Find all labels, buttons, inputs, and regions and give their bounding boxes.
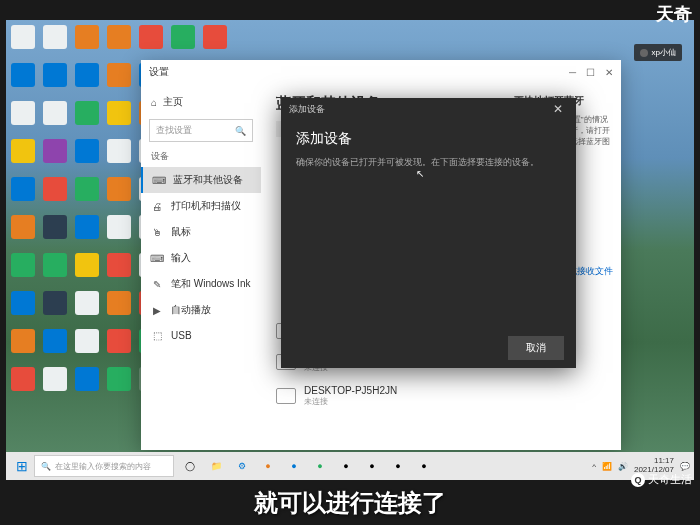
search-icon: 🔍 bbox=[41, 462, 51, 471]
taskbar-app[interactable]: ● bbox=[360, 454, 384, 478]
desktop-icon[interactable] bbox=[43, 25, 67, 49]
minimize-button[interactable]: ─ bbox=[569, 67, 576, 78]
desktop-icon[interactable] bbox=[43, 253, 67, 277]
desktop-icon[interactable] bbox=[11, 101, 35, 125]
desktop-icon[interactable] bbox=[43, 291, 67, 315]
desktop-icon[interactable] bbox=[75, 367, 99, 391]
sidebar-item-3[interactable]: ⌨输入 bbox=[141, 245, 261, 271]
modal-close-button[interactable]: ✕ bbox=[548, 102, 568, 116]
desktop-icon[interactable] bbox=[11, 367, 35, 391]
maximize-button[interactable]: ☐ bbox=[586, 67, 595, 78]
desktop-icon[interactable] bbox=[75, 253, 99, 277]
desktop-icon[interactable] bbox=[43, 101, 67, 125]
desktop-icon[interactable] bbox=[75, 25, 99, 49]
cursor-icon: ↖ bbox=[416, 168, 424, 179]
desktop-icon[interactable] bbox=[139, 25, 163, 49]
sidebar-item-4[interactable]: ✎笔和 Windows Ink bbox=[141, 271, 261, 297]
desktop-icon[interactable] bbox=[75, 329, 99, 353]
notification-icon[interactable]: 💬 bbox=[680, 462, 690, 471]
desktop-icon[interactable] bbox=[43, 215, 67, 239]
desktop-icon[interactable] bbox=[11, 25, 35, 49]
desktop-icon[interactable] bbox=[171, 25, 195, 49]
tray-icon[interactable]: ^ bbox=[592, 462, 596, 471]
taskbar-app[interactable]: ● bbox=[334, 454, 358, 478]
search-icon: 🔍 bbox=[235, 126, 246, 136]
settings-titlebar: 设置 ─ ☐ ✕ bbox=[141, 60, 621, 84]
desktop-icon[interactable] bbox=[11, 177, 35, 201]
settings-sidebar: ⌂主页 查找设置🔍 设备 ⌨蓝牙和其他设备🖨打印机和扫描仪🖱鼠标⌨输入✎笔和 W… bbox=[141, 84, 261, 450]
sidebar-label: 蓝牙和其他设备 bbox=[173, 173, 243, 187]
taskbar-search[interactable]: 🔍在这里输入你要搜索的内容 bbox=[34, 455, 174, 477]
modal-title: 添加设备 bbox=[296, 130, 561, 148]
video-subtitle: 就可以进行连接了 bbox=[254, 487, 446, 519]
desktop-icon[interactable] bbox=[11, 215, 35, 239]
sidebar-item-6[interactable]: ⬚USB bbox=[141, 323, 261, 347]
desktop-icon[interactable] bbox=[11, 63, 35, 87]
cancel-button[interactable]: 取消 bbox=[508, 336, 564, 360]
desktop-icon[interactable] bbox=[107, 101, 131, 125]
desktop-icon[interactable] bbox=[43, 63, 67, 87]
desktop-icon[interactable] bbox=[11, 329, 35, 353]
desktop-icon[interactable] bbox=[75, 177, 99, 201]
taskbar-app[interactable]: ● bbox=[256, 454, 280, 478]
desktop-icon[interactable] bbox=[107, 25, 131, 49]
add-device-modal: 添加设备 ✕ 添加设备 确保你的设备已打开并可被发现。在下面选择要连接的设备。 … bbox=[281, 98, 576, 368]
sidebar-label: USB bbox=[171, 330, 192, 341]
watermark-top: 天奇 bbox=[656, 2, 692, 26]
sidebar-item-0[interactable]: ⌨蓝牙和其他设备 bbox=[141, 167, 261, 193]
sidebar-item-1[interactable]: 🖨打印机和扫描仪 bbox=[141, 193, 261, 219]
desktop-icon[interactable] bbox=[75, 291, 99, 315]
sidebar-icon: ⌨ bbox=[151, 252, 163, 264]
sidebar-icon: 🖨 bbox=[151, 200, 163, 212]
taskbar-app[interactable]: ● bbox=[308, 454, 332, 478]
sidebar-label: 笔和 Windows Ink bbox=[171, 277, 250, 291]
sidebar-icon: 🖱 bbox=[151, 226, 163, 238]
desktop-icon[interactable] bbox=[107, 329, 131, 353]
desktop-icon[interactable] bbox=[107, 367, 131, 391]
modal-description: 确保你的设备已打开并可被发现。在下面选择要连接的设备。 bbox=[296, 156, 561, 169]
taskbar-app[interactable]: ● bbox=[282, 454, 306, 478]
device-item[interactable]: DESKTOP-PJ5H2JN未连接 bbox=[276, 379, 491, 413]
sidebar-search[interactable]: 查找设置🔍 bbox=[149, 119, 253, 142]
device-status: 未连接 bbox=[304, 396, 397, 407]
desktop-icon[interactable] bbox=[107, 215, 131, 239]
taskbar-app[interactable]: ◯ bbox=[178, 454, 202, 478]
taskbar-app[interactable]: 📁 bbox=[204, 454, 228, 478]
desktop-icon[interactable] bbox=[107, 177, 131, 201]
taskbar-app[interactable]: ● bbox=[412, 454, 436, 478]
desktop-icon[interactable] bbox=[203, 25, 227, 49]
desktop-icon[interactable] bbox=[107, 253, 131, 277]
sidebar-icon: ▶ bbox=[151, 304, 163, 316]
desktop-icon[interactable] bbox=[11, 139, 35, 163]
sidebar-home[interactable]: ⌂主页 bbox=[141, 89, 261, 115]
desktop-icon[interactable] bbox=[75, 139, 99, 163]
volume-icon[interactable]: 🔊 bbox=[618, 462, 628, 471]
desktop-icon[interactable] bbox=[107, 139, 131, 163]
desktop-icon[interactable] bbox=[75, 101, 99, 125]
desktop-icon[interactable] bbox=[11, 291, 35, 315]
desktop-icon[interactable] bbox=[75, 63, 99, 87]
desktop-icon[interactable] bbox=[43, 329, 67, 353]
sidebar-icon: ✎ bbox=[151, 278, 163, 290]
start-button[interactable]: ⊞ bbox=[10, 454, 34, 478]
sidebar-item-5[interactable]: ▶自动播放 bbox=[141, 297, 261, 323]
desktop-icon[interactable] bbox=[43, 367, 67, 391]
desktop-icon[interactable] bbox=[75, 215, 99, 239]
sidebar-category: 设备 bbox=[141, 146, 261, 167]
home-icon: ⌂ bbox=[151, 97, 157, 108]
sidebar-icon: ⬚ bbox=[151, 329, 163, 341]
desktop-icon[interactable] bbox=[107, 63, 131, 87]
desktop-screen: xp小仙 设置 ─ ☐ ✕ ⌂主页 查找设置🔍 设备 ⌨蓝牙和其他设备🖨打印机和… bbox=[6, 20, 694, 480]
desktop-icon[interactable] bbox=[43, 177, 67, 201]
sidebar-label: 自动播放 bbox=[171, 303, 211, 317]
taskbar-app[interactable]: ● bbox=[386, 454, 410, 478]
desktop-icon[interactable] bbox=[107, 291, 131, 315]
desktop-icon[interactable] bbox=[43, 139, 67, 163]
sidebar-item-2[interactable]: 🖱鼠标 bbox=[141, 219, 261, 245]
sidebar-icon: ⌨ bbox=[153, 174, 165, 186]
monitor-icon bbox=[276, 388, 296, 404]
network-icon[interactable]: 📶 bbox=[602, 462, 612, 471]
close-button[interactable]: ✕ bbox=[605, 67, 613, 78]
desktop-icon[interactable] bbox=[11, 253, 35, 277]
taskbar-app[interactable]: ⚙ bbox=[230, 454, 254, 478]
